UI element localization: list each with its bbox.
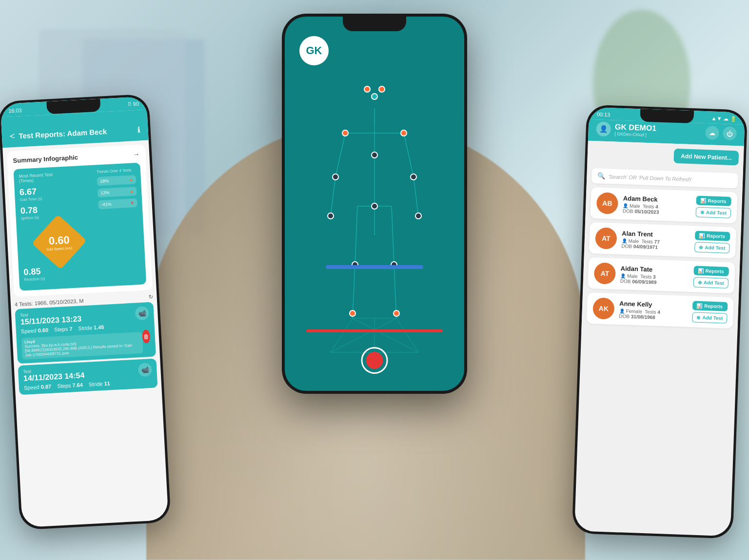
cloud-button[interactable]: ☁: [705, 126, 719, 140]
test1-stride: Stride 1.45: [78, 324, 104, 331]
right-content: Add New Patient... 🔍 'Search' OR 'Pull D…: [581, 141, 744, 338]
reports-button-2[interactable]: 📊Reports: [693, 266, 729, 276]
summary-title: Summary Infographic →: [13, 151, 139, 165]
power-button[interactable]: ⏻: [723, 126, 737, 140]
patient-info-1: Alan Trent 👤 Male Tests 77 DOB 04/09/197…: [621, 230, 690, 251]
test2-steps: Steps 7.64: [57, 382, 83, 389]
patient-card-3[interactable]: AK Anne Kelly 👤 Female Tests 4 DOB 31/08…: [587, 292, 734, 328]
add-patient-button[interactable]: Add New Patient...: [674, 149, 739, 166]
addtest-button-3[interactable]: ⊕Add Test: [692, 312, 728, 324]
back-icon[interactable]: <: [9, 131, 15, 142]
right-phone: 00:13 ▲▼ ☁ 🔋 👤 GK DEMO1 [ GKDev-Cloud ] …: [572, 105, 748, 539]
addtest-button-1[interactable]: ⊕Add Test: [694, 242, 730, 253]
ar-dot-shoulder-left: [342, 130, 349, 136]
patient-card-2[interactable]: AT Aidan Tate 👤 Male Tests 3 DOB 06/09/1…: [588, 257, 735, 293]
patient-info-0: Adam Beck 👤 Male Tests 4 DOB 05/10/2023: [623, 194, 691, 216]
svg-line-7: [355, 206, 357, 265]
patient-info-3: Anne Kelly 👤 Female Tests 4 DOB 31/08/19…: [619, 300, 688, 321]
ar-dot-wrist-left: [327, 212, 334, 219]
svg-line-2: [335, 133, 345, 177]
ar-dot-ankle-right: [393, 310, 400, 317]
svg-line-3: [331, 177, 335, 216]
ar-person-overlay: [321, 70, 428, 362]
ar-dot-hip-center: [371, 203, 378, 210]
trend2: 13% ▲: [98, 187, 137, 197]
addtest-button-2[interactable]: ⊕Add Test: [693, 277, 729, 289]
left-time: 16:03: [8, 107, 22, 114]
skeleton-svg: [321, 70, 428, 362]
reports-button-3[interactable]: 📊Reports: [692, 301, 728, 311]
delete-button-1[interactable]: 🗑: [142, 329, 150, 344]
search-bar[interactable]: 🔍 'Search' OR 'Pull Down To Refresh': [591, 168, 738, 188]
ar-dot-ankle-left: [349, 310, 356, 317]
right-phone-notch: [640, 109, 694, 123]
test2-stride: Stride 11: [88, 380, 110, 387]
trends-column: Trends Over 4 Tests 18% ▲ 13% ▲ -41% ▼: [97, 168, 141, 282]
test1-speed: Speed 0.60: [21, 327, 49, 334]
ar-dot-chest: [371, 152, 378, 158]
center-phone-notch: [343, 17, 406, 31]
reports-button-0[interactable]: 📊Reports: [696, 195, 731, 206]
svg-line-13: [396, 318, 418, 352]
svg-line-5: [414, 177, 418, 216]
ar-dot-head-left: [364, 86, 371, 93]
test1-log: Lloyd Success. [fps,kp,w,h,code,txt]: [5…: [21, 332, 143, 360]
test1-steps: Steps 7: [54, 326, 73, 332]
trend3: -41% ▼: [98, 198, 138, 209]
addtest-button-0[interactable]: ⊕Add Test: [695, 207, 731, 218]
refresh-icon[interactable]: ↻: [148, 294, 153, 300]
search-placeholder: 'Search' OR 'Pull Down To Refresh': [608, 174, 692, 182]
patient-avatar-3: AK: [592, 297, 615, 320]
ar-dot-elbow-right: [410, 174, 417, 180]
ar-dot-elbow-left: [332, 174, 339, 180]
center-phone-screen: GK: [285, 17, 464, 391]
most-recent-label: Most Recent Test (Times): [19, 170, 93, 184]
right-phone-screen: 00:13 ▲▼ ☁ 🔋 👤 GK DEMO1 [ GKDev-Cloud ] …: [574, 107, 745, 537]
right-connectivity: ▲▼ ☁ 🔋: [711, 115, 737, 122]
svg-line-12: [331, 318, 353, 352]
left-phone-screen: 16:03 ⠿ 90 < Test Reports: Adam Beck ℹ S…: [0, 97, 168, 528]
svg-line-4: [404, 133, 414, 177]
test2-speed: Speed 0.87: [24, 384, 52, 391]
floor-bar: [306, 329, 443, 332]
patient-card-1[interactable]: AT Alan Trent 👤 Male Tests 77 DOB 04/09/…: [589, 222, 736, 258]
search-icon: 🔍: [597, 172, 606, 180]
gait-speed-diamond: 0.60 Gait Speed (m/s): [32, 214, 87, 270]
info-icon[interactable]: ℹ: [137, 125, 140, 135]
test-card-1: Test 15/11/2023 13:23 📹 Speed 0.60 Steps…: [15, 302, 156, 364]
left-header-title: Test Reports: Adam Beck: [19, 126, 134, 140]
video-icon-1[interactable]: 📹: [135, 306, 149, 320]
right-time: 00:13: [597, 111, 611, 118]
patient-card-0[interactable]: AB Adam Beck 👤 Male Tests 4 DOB 05/10/20…: [590, 187, 737, 223]
test-card-2: Test 14/11/2023 14:54 📹 Speed 0.87 Steps…: [18, 358, 158, 395]
diamond-container: 0.60 Gait Speed (m/s): [21, 221, 97, 264]
ar-body-tracking: [285, 17, 464, 391]
reports-button-1[interactable]: 📊Reports: [695, 231, 730, 241]
ar-dot-wrist-right: [415, 212, 422, 219]
ar-dot-head-right: [378, 86, 385, 93]
infographic-chart: Most Recent Test (Times) 6.67 Gait Time …: [13, 163, 146, 291]
record-button[interactable]: [361, 347, 388, 374]
trend1: 18% ▲: [97, 175, 137, 186]
metrics-column: Most Recent Test (Times) 6.67 Gait Time …: [19, 170, 99, 286]
left-phone: 16:03 ⠿ 90 < Test Reports: Adam Beck ℹ S…: [0, 94, 171, 530]
patient-info-2: Aidan Tate 👤 Male Tests 3 DOB 06/09/1989: [620, 265, 689, 286]
ar-dot-shoulder-right: [400, 130, 407, 136]
video-icon-2[interactable]: 📹: [138, 363, 152, 377]
patient-list: AB Adam Beck 👤 Male Tests 4 DOB 05/10/20…: [587, 187, 738, 328]
record-button-inner: [366, 352, 383, 369]
gk-logo: GK: [299, 36, 329, 65]
svg-line-9: [392, 206, 394, 265]
center-phone: GK: [282, 14, 467, 394]
patient-avatar-1: AT: [595, 227, 617, 250]
baseline-bar: [326, 265, 423, 269]
ar-dot-nose: [371, 93, 378, 100]
left-battery: ⠿ 90: [127, 101, 139, 108]
summary-infographic: Summary Infographic → Most Recent Test (…: [7, 144, 153, 297]
gait-time-metric: 6.67 Gait Time (s): [19, 184, 94, 202]
user-icon: 👤: [596, 121, 611, 136]
patient-avatar-2: AT: [594, 262, 616, 285]
patient-avatar-0: AB: [596, 192, 619, 214]
logo-text: GK: [306, 44, 322, 57]
export-icon[interactable]: →: [133, 151, 140, 158]
